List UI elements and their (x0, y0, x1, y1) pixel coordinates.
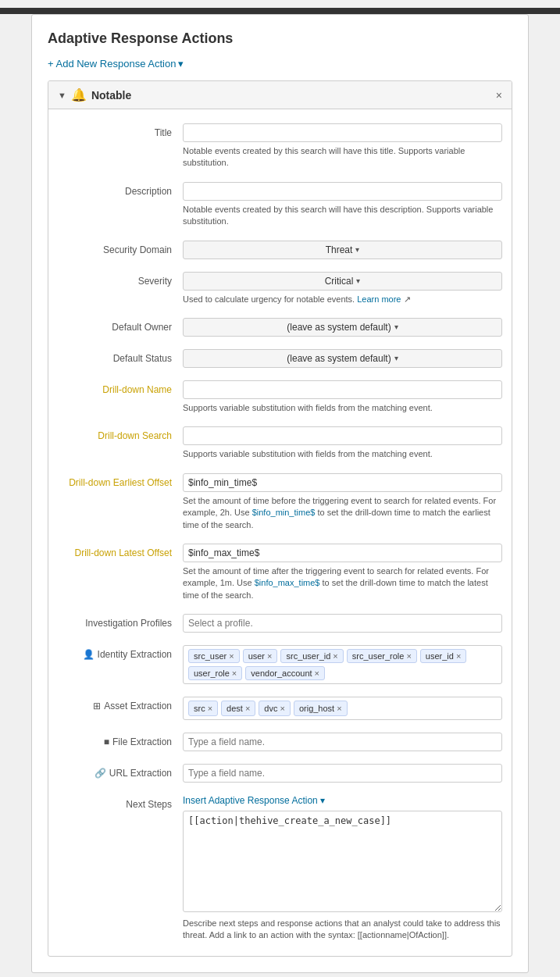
severity-arrow-icon: ▾ (356, 276, 360, 285)
tag-src-user-id-remove[interactable]: × (333, 652, 337, 661)
default-status-select[interactable]: (leave as system default) ▾ (183, 349, 502, 368)
identity-extraction-row: 👤 Identity Extraction src_user × user (48, 639, 512, 690)
description-label: Description (58, 182, 183, 197)
add-new-label: + Add New Response Action (48, 58, 176, 70)
url-extraction-row: 🔗 URL Extraction (48, 758, 512, 789)
main-card: Adaptive Response Actions + Add New Resp… (31, 14, 529, 973)
drilldown-latest-input[interactable] (183, 544, 502, 562)
tag-dvc-remove[interactable]: × (280, 704, 284, 713)
notable-section: ▼ 🔔 Notable × Title Notable events creat… (48, 80, 512, 957)
external-link-icon: ↗ (404, 294, 411, 304)
asset-extraction-row: ⊞ Asset Extraction src × dest (48, 690, 512, 726)
collapse-icon[interactable]: ▼ (58, 91, 66, 100)
next-steps-label: Next Steps (58, 795, 183, 810)
description-control: Notable events created by this search wi… (183, 182, 502, 228)
page-title: Adaptive Response Actions (48, 30, 512, 47)
severity-hint: Used to calculate urgency for notable ev… (183, 294, 502, 305)
tag-orig-host-remove[interactable]: × (337, 704, 341, 713)
description-input[interactable] (183, 182, 502, 201)
notable-header: ▼ 🔔 Notable × (48, 81, 512, 109)
default-status-label: Default Status (58, 349, 183, 364)
tag-src-user-remove[interactable]: × (229, 652, 234, 661)
person-icon: 👤 (83, 649, 95, 660)
drilldown-search-hint: Supports variable substitution with fiel… (183, 448, 502, 460)
file-extraction-input[interactable] (183, 733, 502, 751)
tag-user-remove[interactable]: × (267, 652, 272, 661)
info-min-time-link[interactable]: $info_min_time$ (252, 508, 316, 517)
tag-vendor-account-remove[interactable]: × (315, 669, 319, 678)
insert-action-btn[interactable]: Insert Adaptive Response Action ▾ (183, 795, 325, 806)
close-icon[interactable]: × (496, 89, 502, 102)
drilldown-earliest-control: Set the amount of time before the trigge… (183, 473, 502, 531)
tag-src-user-role-remove[interactable]: × (406, 652, 411, 661)
default-owner-arrow-icon: ▾ (394, 323, 398, 331)
title-input[interactable] (183, 123, 502, 142)
drilldown-name-input[interactable] (183, 380, 502, 399)
tag-src-user-role: src_user_role × (347, 649, 417, 663)
tag-user-id-remove[interactable]: × (456, 652, 461, 661)
investigation-profiles-control (183, 614, 502, 633)
next-steps-control: Insert Adaptive Response Action ▾ [[acti… (183, 795, 502, 942)
security-domain-arrow-icon: ▾ (355, 245, 359, 254)
next-steps-row: Next Steps Insert Adaptive Response Acti… (48, 789, 512, 948)
default-owner-control: (leave as system default) ▾ (183, 318, 502, 337)
tag-src-remove[interactable]: × (208, 704, 212, 713)
title-hint: Notable events created by this search wi… (183, 145, 502, 169)
investigation-profiles-input[interactable] (183, 614, 502, 633)
tag-dvc: dvc × (259, 701, 291, 716)
tag-dest-remove[interactable]: × (245, 704, 250, 713)
identity-extraction-label: 👤 Identity Extraction (58, 645, 183, 660)
notable-label: Notable (91, 89, 131, 102)
url-extraction-input[interactable] (183, 764, 502, 783)
asset-extraction-control: src × dest × dvc × (183, 697, 502, 720)
tag-src-user-id: src_user_id × (280, 649, 343, 663)
tag-user-role: user_role × (188, 666, 242, 680)
security-domain-select[interactable]: Threat ▾ (183, 241, 502, 259)
page-wrapper: Adaptive Response Actions + Add New Resp… (0, 0, 560, 977)
drilldown-name-label: Drill-down Name (58, 380, 183, 395)
identity-tags-container[interactable]: src_user × user × src_user_id × (183, 645, 502, 684)
tag-dest: dest × (221, 701, 255, 716)
file-extraction-control (183, 733, 502, 751)
server-icon: ⊞ (93, 701, 101, 711)
next-steps-hint: Describe next steps and response actions… (183, 918, 502, 942)
drilldown-earliest-label: Drill-down Earliest Offset (58, 473, 183, 488)
tag-vendor-account: vendor_account × (245, 666, 325, 680)
drilldown-name-row: Drill-down Name Supports variable substi… (48, 374, 512, 420)
tag-user-role-remove[interactable]: × (232, 669, 237, 678)
form-body: Title Notable events created by this sea… (48, 109, 512, 956)
default-owner-value: (leave as system default) (287, 322, 391, 333)
link-icon: 🔗 (95, 768, 106, 779)
severity-label: Severity (58, 272, 183, 287)
learn-more-link[interactable]: Learn more (357, 294, 401, 304)
insert-action-label: Insert Adaptive Response Action (183, 795, 318, 806)
default-owner-label: Default Owner (58, 318, 183, 333)
notable-header-left: ▼ 🔔 Notable (58, 87, 131, 102)
default-status-row: Default Status (leave as system default)… (48, 343, 512, 374)
severity-control: Critical ▾ Used to calculate urgency for… (183, 272, 502, 305)
drilldown-search-row: Drill-down Search Supports variable subs… (48, 420, 512, 466)
drilldown-search-input[interactable] (183, 426, 502, 445)
severity-row: Severity Critical ▾ Used to calculate ur… (48, 266, 512, 312)
next-steps-textarea[interactable]: [[action|thehive_create_a_new_case]] (183, 811, 502, 912)
default-status-arrow-icon: ▾ (394, 354, 398, 362)
asset-extraction-label: ⊞ Asset Extraction (58, 697, 183, 711)
asset-tags-container[interactable]: src × dest × dvc × (183, 697, 502, 720)
investigation-profiles-row: Investigation Profiles (48, 608, 512, 639)
drilldown-search-control: Supports variable substitution with fiel… (183, 426, 502, 460)
severity-select[interactable]: Critical ▾ (183, 272, 502, 291)
description-row: Description Notable events created by th… (48, 176, 512, 234)
bell-icon: 🔔 (71, 87, 87, 102)
drilldown-latest-hint: Set the amount of time after the trigger… (183, 565, 502, 601)
add-new-btn[interactable]: + Add New Response Action ▾ (48, 58, 184, 70)
top-bar (0, 8, 560, 14)
severity-value: Critical (325, 276, 354, 287)
title-row: Title Notable events created by this sea… (48, 117, 512, 176)
default-owner-select[interactable]: (leave as system default) ▾ (183, 318, 502, 337)
file-extraction-row: ■ File Extraction (48, 726, 512, 758)
drilldown-earliest-input[interactable] (183, 473, 502, 492)
default-owner-row: Default Owner (leave as system default) … (48, 312, 512, 343)
info-max-time-link[interactable]: $info_max_time$ (255, 578, 320, 587)
drilldown-earliest-row: Drill-down Earliest Offset Set the amoun… (48, 467, 512, 537)
default-status-value: (leave as system default) (287, 353, 391, 364)
